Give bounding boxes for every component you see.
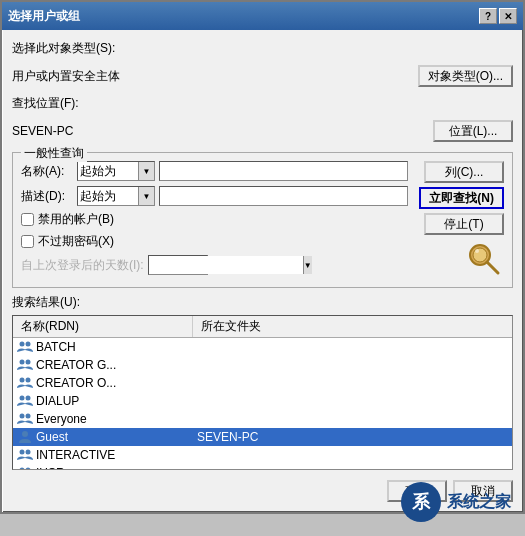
- user-group-icon: [17, 358, 33, 372]
- results-label-row: 搜索结果(U):: [12, 294, 513, 311]
- result-name-text: CREATOR G...: [36, 358, 116, 372]
- result-folder-cell: [193, 346, 512, 348]
- object-type-button[interactable]: 对象类型(O)...: [418, 65, 513, 87]
- disabled-label: 禁用的帐户(B): [38, 211, 114, 228]
- result-name-cell: CREATOR O...: [13, 375, 193, 391]
- result-name-text: CREATOR O...: [36, 376, 116, 390]
- result-folder-cell: [193, 382, 512, 384]
- main-window: 选择用户或组 ? ✕ 选择此对象类型(S): 用户或内置安全主体 对象类型(O)…: [0, 0, 525, 514]
- results-header: 名称(RDN) 所在文件夹: [13, 316, 512, 338]
- location-value: SEVEN-PC: [12, 124, 427, 138]
- days-combo-input[interactable]: [149, 256, 303, 274]
- object-type-value: 用户或内置安全主体: [12, 68, 412, 85]
- svg-point-15: [20, 450, 25, 455]
- result-name-text: BATCH: [36, 340, 76, 354]
- svg-point-14: [22, 431, 28, 437]
- svg-point-11: [26, 396, 31, 401]
- svg-point-18: [26, 468, 31, 470]
- search-icon: [464, 239, 504, 279]
- form-left: 名称(A): ▼ 描述(D): ▼: [21, 161, 408, 279]
- user-group-icon: [17, 394, 33, 408]
- user-group-icon: [17, 412, 33, 426]
- svg-point-1: [473, 248, 487, 262]
- desc-row: 描述(D): ▼: [21, 186, 408, 206]
- window-title: 选择用户或组: [8, 8, 80, 25]
- svg-point-3: [475, 249, 479, 253]
- help-button[interactable]: ?: [479, 8, 497, 24]
- table-row[interactable]: CREATOR O...: [13, 374, 512, 392]
- desc-label: 描述(D):: [21, 188, 73, 205]
- result-folder-cell: [193, 400, 512, 402]
- desc-field-input[interactable]: [159, 186, 408, 206]
- object-type-row: 用户或内置安全主体 对象类型(O)...: [12, 65, 513, 87]
- result-name-cell: CREATOR G...: [13, 357, 193, 373]
- result-folder-cell: [193, 418, 512, 420]
- stop-button[interactable]: 停止(T): [424, 213, 504, 235]
- col-header-folder[interactable]: 所在文件夹: [193, 316, 512, 337]
- desc-combo-input[interactable]: [78, 188, 138, 204]
- svg-point-10: [20, 396, 25, 401]
- svg-point-8: [20, 378, 25, 383]
- close-button[interactable]: ✕: [499, 8, 517, 24]
- table-row[interactable]: INTERACTIVE: [13, 446, 512, 464]
- desc-combo[interactable]: ▼: [77, 186, 155, 206]
- svg-point-9: [26, 378, 31, 383]
- name-field-input[interactable]: [159, 161, 408, 181]
- user-group-icon: [17, 448, 33, 462]
- form-area: 名称(A): ▼ 描述(D): ▼: [21, 161, 504, 279]
- disabled-checkbox-row: 禁用的帐户(B): [21, 211, 408, 228]
- object-type-section: 选择此对象类型(S):: [12, 40, 513, 57]
- general-query-section: 一般性查询 名称(A): ▼ 描述(D):: [12, 152, 513, 288]
- expired-label: 不过期密码(X): [38, 233, 114, 250]
- name-combo[interactable]: ▼: [77, 161, 155, 181]
- days-label: 自上次登录后的天数(I):: [21, 257, 144, 274]
- days-combo[interactable]: ▼: [148, 255, 208, 275]
- name-combo-arrow[interactable]: ▼: [138, 162, 154, 180]
- table-row[interactable]: CREATOR G...: [13, 356, 512, 374]
- result-name-text: Everyone: [36, 412, 87, 426]
- search-button[interactable]: 立即查找(N): [419, 187, 504, 209]
- svg-point-12: [20, 414, 25, 419]
- result-name-cell: Guest: [13, 429, 193, 445]
- table-row[interactable]: DIALUP: [13, 392, 512, 410]
- user-icon: [17, 430, 33, 444]
- ok-button[interactable]: 确定: [387, 480, 447, 502]
- form-right: 列(C)... 立即查找(N) 停止(T): [414, 161, 504, 279]
- col-header-rdn[interactable]: 名称(RDN): [13, 316, 193, 337]
- svg-point-6: [20, 360, 25, 365]
- user-group-icon: [17, 340, 33, 354]
- svg-point-13: [26, 414, 31, 419]
- result-name-text: IUSR: [36, 466, 65, 469]
- location-label: 查找位置(F):: [12, 95, 79, 112]
- location-label-row: 查找位置(F):: [12, 95, 513, 112]
- result-name-cell: IUSR: [13, 465, 193, 469]
- results-section: 搜索结果(U): 名称(RDN) 所在文件夹 BATCH CREATOR G..…: [12, 294, 513, 470]
- results-body[interactable]: BATCH CREATOR G... CREATOR O... DIALUP E…: [13, 338, 512, 469]
- col-button[interactable]: 列(C)...: [424, 161, 504, 183]
- days-row: 自上次登录后的天数(I): ▼: [21, 255, 408, 275]
- desc-combo-arrow[interactable]: ▼: [138, 187, 154, 205]
- bottom-buttons: 确定 取消: [12, 480, 513, 502]
- expired-checkbox[interactable]: [21, 235, 34, 248]
- table-row[interactable]: GuestSEVEN-PC: [13, 428, 512, 446]
- name-combo-input[interactable]: [78, 163, 138, 179]
- expired-checkbox-row: 不过期密码(X): [21, 233, 408, 250]
- title-bar-buttons: ? ✕: [479, 8, 517, 24]
- table-row[interactable]: Everyone: [13, 410, 512, 428]
- location-button[interactable]: 位置(L)...: [433, 120, 513, 142]
- days-combo-arrow[interactable]: ▼: [303, 256, 312, 274]
- user-group-icon: [17, 466, 33, 469]
- table-row[interactable]: BATCH: [13, 338, 512, 356]
- user-group-icon: [17, 376, 33, 390]
- results-table: 名称(RDN) 所在文件夹 BATCH CREATOR G... CREATOR…: [12, 315, 513, 470]
- cancel-button[interactable]: 取消: [453, 480, 513, 502]
- result-name-cell: BATCH: [13, 339, 193, 355]
- object-type-label: 选择此对象类型(S):: [12, 40, 115, 57]
- name-label: 名称(A):: [21, 163, 73, 180]
- location-row: SEVEN-PC 位置(L)...: [12, 120, 513, 142]
- table-row[interactable]: IUSR: [13, 464, 512, 469]
- disabled-checkbox[interactable]: [21, 213, 34, 226]
- svg-line-2: [487, 262, 498, 273]
- result-name-text: INTERACTIVE: [36, 448, 115, 462]
- result-name-cell: Everyone: [13, 411, 193, 427]
